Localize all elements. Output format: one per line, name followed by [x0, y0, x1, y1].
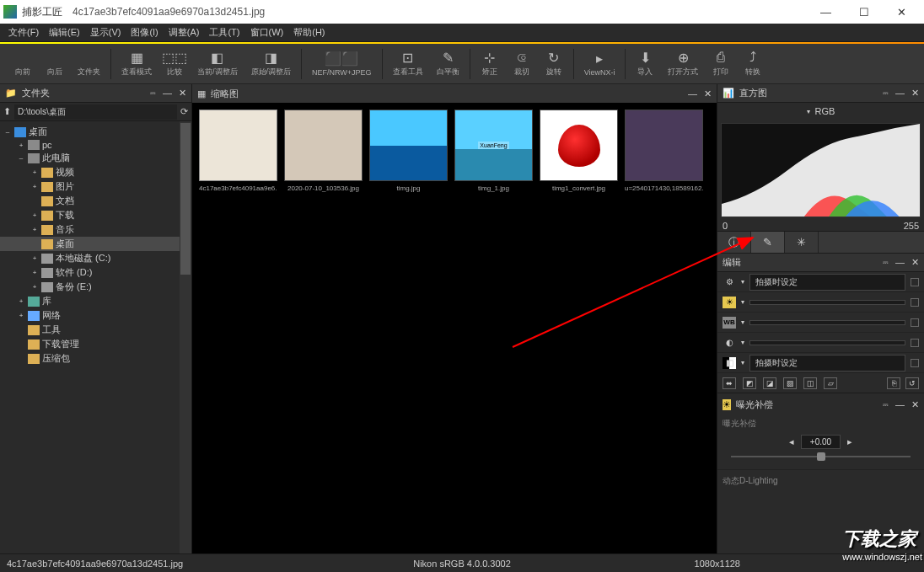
tree-item[interactable]: +音乐: [0, 222, 191, 237]
adj-icon-1[interactable]: ⬌: [723, 377, 736, 389]
toolbar-button[interactable]: 文件夹: [71, 48, 107, 79]
tree-item[interactable]: +备份 (E:): [0, 280, 191, 294]
tab-info[interactable]: ⓘ: [717, 232, 751, 253]
tree-toggle-icon[interactable]: +: [30, 283, 39, 291]
exposure-slider[interactable]: [731, 452, 911, 461]
tab-edit[interactable]: ✎: [751, 232, 785, 253]
panel-close-icon[interactable]: ✕: [911, 399, 919, 410]
edit-row-checkbox[interactable]: [911, 298, 919, 307]
toolbar-button[interactable]: 向前: [7, 48, 39, 79]
toolbar-button[interactable]: ⊕打开方式: [661, 48, 705, 79]
panel-menu-icon[interactable]: ⎓: [883, 257, 889, 268]
tree-item[interactable]: +软件 (D:): [0, 265, 191, 280]
menu-item[interactable]: 图像(I): [126, 24, 163, 40]
edit-row-select[interactable]: [749, 300, 905, 305]
tree-item[interactable]: +视频: [0, 165, 191, 179]
value-increase-icon[interactable]: ▸: [847, 436, 852, 447]
tree-item[interactable]: 工具: [0, 323, 191, 337]
chevron-down-icon[interactable]: ▾: [741, 339, 744, 346]
chevron-down-icon[interactable]: ▾: [741, 318, 744, 326]
path-up-icon[interactable]: ⬆: [3, 106, 11, 117]
thumbnail-item[interactable]: timg.jpg: [369, 110, 448, 192]
reset-adj-icon[interactable]: ↺: [905, 377, 919, 389]
panel-collapse-icon[interactable]: —: [895, 257, 905, 268]
toolbar-button[interactable]: ▸ViewNX-i: [578, 50, 622, 78]
edit-row-checkbox[interactable]: [911, 339, 919, 347]
tree-item[interactable]: –桌面: [0, 125, 191, 139]
thumbnail-item[interactable]: 2020-07-10_103536.jpg: [284, 110, 363, 192]
panel-collapse-icon[interactable]: —: [688, 88, 697, 99]
adj-icon-3[interactable]: ◪: [763, 377, 776, 389]
thumbnail-item[interactable]: XuanFengtimg_1.jpg: [454, 110, 533, 192]
toolbar-button[interactable]: ▦查看模式: [115, 48, 158, 79]
menu-item[interactable]: 帮助(H): [288, 24, 330, 40]
thumbnail-item[interactable]: u=2540171430,18589162...: [625, 110, 703, 192]
toolbar-button[interactable]: ⬇导入: [629, 48, 661, 79]
tree-toggle-icon[interactable]: –: [3, 128, 12, 136]
thumbnail-item[interactable]: timg1_convert.jpg: [540, 110, 618, 192]
menu-item[interactable]: 显示(V): [85, 24, 126, 40]
panel-menu-icon[interactable]: ⎓: [883, 88, 889, 99]
tree-item[interactable]: 下载管理: [0, 337, 191, 351]
toolbar-button[interactable]: ↻旋转: [538, 48, 570, 79]
toolbar-button[interactable]: 向后: [39, 48, 71, 79]
tree-toggle-icon[interactable]: +: [17, 297, 25, 305]
panel-close-icon[interactable]: ✕: [911, 88, 919, 99]
edit-row-checkbox[interactable]: [911, 278, 919, 286]
tree-item[interactable]: 桌面: [0, 237, 191, 251]
channel-selector[interactable]: ▾RGB: [717, 103, 924, 120]
tree-toggle-icon[interactable]: +: [30, 168, 39, 176]
path-refresh-icon[interactable]: ⟳: [180, 106, 188, 117]
panel-menu-icon[interactable]: ⎓: [150, 88, 156, 99]
panel-collapse-icon[interactable]: —: [895, 88, 905, 99]
chevron-down-icon[interactable]: ▾: [741, 359, 744, 366]
tree-item[interactable]: +网络: [0, 308, 191, 323]
panel-close-icon[interactable]: ✕: [704, 88, 712, 99]
toolbar-button[interactable]: ✎白平衡: [430, 48, 466, 79]
toolbar-button[interactable]: ⬚⬚比较: [158, 48, 191, 79]
path-text[interactable]: D:\tools\桌面: [14, 104, 177, 120]
tree-toggle-icon[interactable]: –: [17, 154, 25, 162]
toolbar-button[interactable]: ◨原始/调整后: [244, 48, 298, 79]
tree-item[interactable]: +pc: [0, 139, 191, 151]
edit-row-select[interactable]: [749, 340, 905, 345]
toolbar-button[interactable]: ⟃裁切: [506, 48, 538, 79]
tree-toggle-icon[interactable]: +: [30, 254, 39, 262]
tree-item[interactable]: +下载: [0, 208, 191, 222]
edit-row-select[interactable]: [749, 320, 905, 325]
menu-item[interactable]: 编辑(E): [44, 24, 85, 40]
edit-row-checkbox[interactable]: [911, 359, 919, 367]
panel-collapse-icon[interactable]: —: [163, 88, 172, 99]
tree-toggle-icon[interactable]: +: [30, 183, 39, 190]
minimize-button[interactable]: —: [807, 0, 845, 24]
toolbar-button[interactable]: ◧当前/调整后: [191, 48, 244, 79]
tree-item[interactable]: +本地磁盘 (C:): [0, 251, 191, 265]
tree-item[interactable]: +图片: [0, 179, 191, 194]
menu-item[interactable]: 文件(F): [3, 24, 44, 40]
tree-toggle-icon[interactable]: +: [30, 269, 39, 276]
menu-item[interactable]: 工具(T): [204, 24, 244, 40]
tree-item[interactable]: –此电脑: [0, 151, 191, 165]
tree-item[interactable]: 文档: [0, 194, 191, 208]
edit-row-checkbox[interactable]: [911, 318, 919, 327]
tree-item[interactable]: +库: [0, 294, 191, 308]
panel-close-icon[interactable]: ✕: [179, 88, 186, 99]
folder-tree[interactable]: –桌面+pc–此电脑+视频+图片文档+下载+音乐桌面+本地磁盘 (C:)+软件 …: [0, 121, 191, 553]
tree-toggle-icon[interactable]: +: [30, 211, 39, 219]
tab-effects[interactable]: ✳: [785, 232, 819, 253]
tree-item[interactable]: 压缩包: [0, 351, 191, 366]
toolbar-button[interactable]: ⤴转换: [737, 48, 769, 79]
edit-row-select[interactable]: 拍摄时设定: [749, 355, 905, 372]
exposure-value[interactable]: +0.00: [801, 435, 841, 449]
menu-item[interactable]: 调整(A): [164, 24, 205, 40]
copy-adj-icon[interactable]: ⎘: [887, 377, 900, 389]
panel-collapse-icon[interactable]: —: [895, 399, 905, 410]
toolbar-button[interactable]: ⬛⬛NEF/NRW+JPEG: [305, 50, 379, 78]
tree-scrollbar[interactable]: [180, 121, 191, 553]
menu-item[interactable]: 窗口(W): [245, 24, 289, 40]
tree-toggle-icon[interactable]: +: [17, 312, 25, 319]
toolbar-button[interactable]: ⎙打印: [705, 48, 737, 79]
panel-menu-icon[interactable]: ⎓: [883, 399, 889, 410]
chevron-down-icon[interactable]: ▾: [741, 298, 744, 306]
toolbar-button[interactable]: ⊡查看工具: [386, 48, 430, 79]
